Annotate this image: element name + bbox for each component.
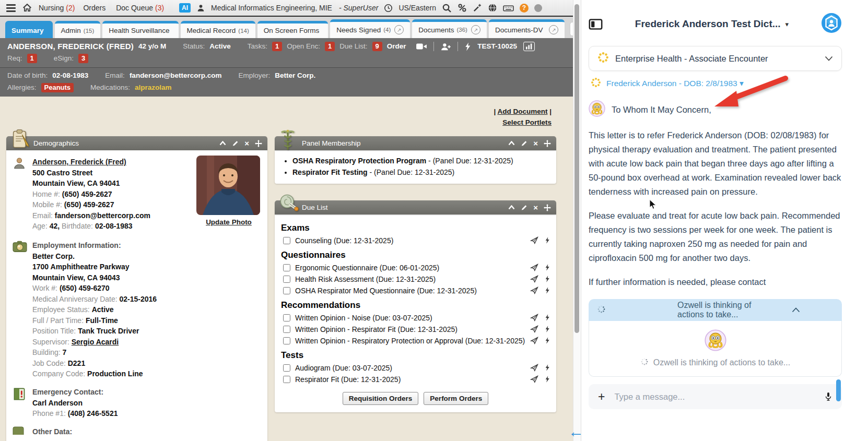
search-icon[interactable]	[442, 3, 452, 13]
tab[interactable]: Medical Record (14) ↗	[181, 21, 255, 38]
send-icon[interactable]	[530, 364, 538, 372]
close-icon[interactable]: ×	[244, 139, 249, 147]
due-item-checkbox[interactable]	[283, 237, 290, 244]
help-icon[interactable]: ?	[520, 4, 529, 13]
close-icon[interactable]: ×	[533, 139, 538, 147]
timezone-label[interactable]: US/Eastern	[398, 4, 436, 12]
bolt-icon[interactable]	[545, 287, 550, 294]
due-item-checkbox[interactable]	[283, 314, 290, 321]
hamburger-menu-icon[interactable]	[6, 4, 16, 12]
order-link[interactable]: Order	[387, 41, 406, 52]
panel-scrollbar-thumb[interactable]	[836, 379, 841, 401]
patient-name[interactable]: ANDERSON, FREDERICK (FRED)	[7, 41, 134, 52]
panel-membership-item[interactable]: Respirator Fit Testing - (Panel Due: 12-…	[292, 167, 550, 177]
field-segment: 42,	[50, 222, 62, 230]
nav-menu-item[interactable]: Nursing (2)	[39, 4, 75, 12]
bolt-icon[interactable]	[545, 364, 550, 372]
globe-icon[interactable]	[488, 3, 497, 13]
bolt-icon[interactable]	[545, 337, 550, 344]
send-icon[interactable]	[530, 236, 538, 244]
tab[interactable]: On Screen Forms ↗	[257, 21, 329, 38]
main-scrollbar[interactable]	[573, 0, 581, 441]
collapse-icon[interactable]	[508, 141, 515, 146]
tasks-count-badge[interactable]: 1	[272, 42, 282, 51]
tab[interactable]: Documents (36) ↗	[412, 19, 487, 38]
bolt-icon[interactable]	[545, 236, 550, 244]
move-icon[interactable]	[255, 140, 262, 147]
patient-context-link[interactable]: Frederick Anderson - DOB: 2/8/1983 ▾	[591, 77, 842, 90]
microphone-icon[interactable]	[824, 391, 832, 402]
tab[interactable]: Health Surveillance ↗	[102, 21, 178, 38]
panel-toggle-icon[interactable]	[589, 18, 603, 31]
orders-button[interactable]: Requisition Orders	[343, 392, 419, 405]
collapse-icon[interactable]	[219, 141, 226, 146]
bolt-icon[interactable]	[545, 264, 550, 271]
tab[interactable]: Documents-DV ↗	[489, 19, 565, 38]
dictation-selector[interactable]: Frederick Anderson Test Dict... ▾	[635, 18, 789, 30]
due-list-count-badge[interactable]: 9	[372, 42, 382, 51]
panel-membership-item[interactable]: OSHA Respiratory Protection Program - (P…	[292, 156, 550, 166]
due-item-checkbox[interactable]	[283, 364, 290, 372]
bolt-icon[interactable]	[464, 42, 471, 51]
esign-count-badge[interactable]: 3	[78, 54, 88, 63]
tab[interactable]: Admin (15) ↗	[55, 21, 101, 38]
edit-icon[interactable]	[521, 140, 527, 147]
thinking-body-text: Ozwell is thinking of actions to take...	[653, 358, 790, 367]
home-icon[interactable]	[22, 3, 32, 13]
nav-menu-item[interactable]: Doc Queue (3)	[116, 4, 164, 12]
send-icon[interactable]	[530, 287, 538, 294]
add-document-link[interactable]: Add Document	[497, 108, 547, 115]
send-icon[interactable]	[530, 375, 538, 383]
send-icon[interactable]	[530, 337, 538, 344]
flowsheet-chart-icon[interactable]	[523, 42, 535, 51]
video-call-icon[interactable]	[416, 42, 427, 51]
send-icon[interactable]	[530, 314, 538, 321]
due-item-checkbox[interactable]	[283, 287, 290, 294]
bolt-icon[interactable]	[545, 275, 550, 283]
tab-label: Health Surveillance	[109, 27, 169, 34]
bolt-icon[interactable]	[545, 314, 550, 321]
thinking-header[interactable]: Ozwell is thinking of actions to take...	[589, 299, 842, 321]
orders-button[interactable]: Perform Orders	[424, 392, 488, 405]
collapse-panel-arrow[interactable]: ←	[568, 423, 584, 440]
nav-menu-item[interactable]: Orders	[83, 4, 108, 12]
medications-value[interactable]: alprazolam	[135, 82, 172, 93]
main-scrollbar-thumb[interactable]	[574, 4, 579, 333]
select-portlets-link[interactable]: Select Portlets	[502, 118, 552, 126]
due-item-checkbox[interactable]	[283, 376, 290, 383]
close-icon[interactable]: ×	[533, 204, 538, 211]
field-segment[interactable]: Sergio Acardi	[72, 338, 119, 346]
due-item-checkbox[interactable]	[283, 337, 290, 344]
encounter-card[interactable]: Enterprise Health - Associate Encounter	[589, 46, 842, 71]
tab[interactable]: Needs Signed (4) ↗	[330, 19, 410, 38]
due-item-checkbox[interactable]	[283, 326, 290, 333]
demographics-field: Phone #1: (408) 246-5521	[32, 408, 260, 419]
due-item-checkbox[interactable]	[283, 264, 290, 271]
keyboard-icon[interactable]	[503, 4, 514, 13]
quick-links-icon[interactable]	[458, 3, 467, 13]
field-segment: (650) 459-6270	[60, 284, 110, 292]
ai-badge[interactable]: AI	[179, 3, 191, 13]
wand-icon[interactable]	[473, 3, 482, 13]
tab[interactable]: Summary ↗	[5, 21, 53, 38]
patient-name-link[interactable]: Anderson, Frederick (Fred)	[32, 157, 126, 168]
allergy-badge[interactable]: Peanuts	[41, 83, 74, 92]
move-icon[interactable]	[544, 140, 551, 147]
edit-icon[interactable]	[521, 204, 527, 211]
send-icon[interactable]	[530, 325, 538, 333]
edit-icon[interactable]	[232, 140, 239, 147]
send-icon[interactable]	[530, 264, 538, 271]
req-count-badge[interactable]: 1	[27, 54, 37, 63]
collapse-icon[interactable]	[508, 205, 515, 210]
move-icon[interactable]	[544, 204, 551, 211]
due-list-item: Written Opinion - Noise (Due: 03-07-2025…	[281, 313, 550, 323]
open-enc-count-badge[interactable]: 1	[325, 42, 335, 51]
letter-greeting-row: To Whom It May Concern,	[589, 100, 842, 119]
due-item-checkbox[interactable]	[283, 276, 290, 283]
bolt-icon[interactable]	[545, 325, 550, 333]
bolt-icon[interactable]	[545, 375, 550, 383]
message-input[interactable]	[613, 391, 816, 402]
send-icon[interactable]	[530, 275, 538, 283]
add-person-icon[interactable]	[440, 42, 451, 51]
attach-plus-icon[interactable]: +	[598, 391, 605, 403]
